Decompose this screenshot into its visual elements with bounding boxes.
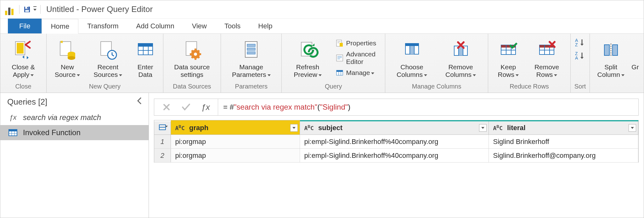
group-by-button[interactable]: Gr	[630, 37, 640, 72]
formula-cancel-button[interactable]	[161, 102, 172, 112]
advanced-editor-button[interactable]: Advanced Editor	[334, 50, 381, 66]
svg-point-19	[194, 53, 197, 56]
tab-help[interactable]: Help	[249, 19, 281, 33]
data-source-settings-icon	[184, 37, 201, 62]
svg-text:A: A	[575, 55, 578, 60]
qat-customize-button[interactable]	[32, 4, 38, 14]
remove-rows-label: Remove Rows	[529, 63, 564, 78]
fx-icon: ƒx	[7, 113, 19, 122]
column-header-subject[interactable]: ABC subject	[300, 121, 489, 135]
keep-rows-button[interactable]: Keep Rows	[492, 37, 524, 79]
ribbon-tabs: File Home Transform Add Column View Tool…	[0, 19, 644, 34]
group-manage-columns-label: Manage Columns	[389, 83, 484, 90]
query-item-label: Invoked Function	[23, 128, 81, 137]
cell-graph[interactable]: pi:orgmap	[171, 135, 300, 149]
data-grid: ABC graph ABC subject ABC	[154, 120, 639, 163]
tab-file[interactable]: File	[8, 19, 42, 33]
table-row[interactable]: 2 pi:orgmap pi:empl-Siglind.Brinkerhoff%…	[154, 149, 638, 163]
svg-rect-34	[340, 43, 343, 47]
split-column-label: Split Column	[596, 63, 626, 78]
tab-add-column[interactable]: Add Column	[127, 19, 183, 33]
row-header-select-button[interactable]	[154, 121, 171, 135]
remove-columns-button[interactable]: Remove Columns	[437, 37, 484, 79]
svg-text:Z: Z	[575, 42, 578, 47]
group-parameters: Manage Parameters Parameters	[221, 34, 282, 93]
cell-literal[interactable]: Siglind.Brinkerhoff@company.org	[489, 149, 638, 163]
enter-data-label: Enter Data	[133, 63, 157, 78]
title-separator	[19, 5, 20, 14]
row-number[interactable]: 2	[154, 149, 171, 163]
ribbon: Close & Apply Close	[0, 34, 644, 93]
queries-pane-title: Queries [2]	[7, 97, 47, 107]
cell-graph[interactable]: pi:orgmap	[171, 149, 300, 163]
refresh-preview-button[interactable]: Refresh Preview	[285, 37, 330, 79]
tab-tools[interactable]: Tools	[216, 19, 249, 33]
close-apply-label: Close & Apply	[6, 63, 41, 78]
refresh-preview-label: Refresh Preview	[287, 63, 328, 78]
svg-rect-74	[9, 129, 17, 131]
formula-bar-tools: ƒx	[154, 99, 218, 115]
formula-fx-button[interactable]: ƒx	[200, 102, 211, 112]
new-source-button[interactable]: New Source	[50, 37, 84, 79]
svg-rect-29	[247, 44, 255, 47]
column-header-literal[interactable]: ABC literal	[489, 121, 638, 135]
column-header-label: graph	[189, 124, 208, 132]
type-text-icon: ABC	[175, 125, 185, 131]
close-apply-button[interactable]: Close & Apply	[4, 37, 42, 79]
cell-literal[interactable]: Siglind Brinkerhoff	[489, 135, 638, 149]
powerbi-logo-icon	[3, 4, 15, 15]
manage-button[interactable]: Manage	[334, 68, 381, 77]
new-source-icon	[59, 37, 76, 62]
column-filter-button[interactable]	[629, 124, 636, 132]
svg-rect-30	[247, 48, 255, 50]
query-item-invoked[interactable]: Invoked Function	[0, 125, 149, 140]
formula-input[interactable]: = #"search via regex match"("Siglind")	[218, 99, 638, 115]
split-column-icon	[602, 37, 619, 62]
group-close: Close & Apply Close	[0, 34, 47, 93]
column-header-graph[interactable]: ABC graph	[171, 121, 300, 135]
save-button[interactable]	[22, 4, 32, 14]
group-data-sources: Data source settings Data Sources	[163, 34, 221, 93]
split-column-button[interactable]: Split Column	[594, 37, 628, 79]
group-parameters-label: Parameters	[225, 83, 278, 90]
data-source-settings-label: Data source settings	[169, 63, 215, 78]
query-item-function[interactable]: ƒx search via regex match	[0, 110, 149, 125]
queries-list: ƒx search via regex match Invoked Functi…	[0, 110, 149, 218]
tab-view[interactable]: View	[183, 19, 216, 33]
window-title: Untitled - Power Query Editor	[46, 4, 153, 14]
sort-asc-button[interactable]: A Z	[574, 37, 586, 48]
tab-transform[interactable]: Transform	[78, 19, 127, 33]
title-bar: Untitled - Power Query Editor	[0, 0, 644, 19]
queries-pane-collapse-button[interactable]	[137, 97, 143, 107]
remove-rows-button[interactable]: Remove Rows	[527, 37, 566, 79]
formula-bar: ƒx = #"search via regex match"("Siglind"…	[154, 99, 639, 116]
recent-sources-icon	[99, 37, 116, 62]
sort-desc-button[interactable]: Z A	[574, 50, 586, 61]
group-manage-columns: Choose Columns Remove Columns	[385, 34, 488, 93]
advanced-editor-icon	[336, 54, 344, 62]
properties-button[interactable]: Properties	[334, 38, 381, 48]
column-filter-button[interactable]	[479, 124, 487, 132]
tab-home[interactable]: Home	[42, 19, 78, 34]
recent-sources-label: Recent Sources	[89, 63, 127, 78]
data-source-settings-button[interactable]: Data source settings	[167, 37, 217, 79]
formula-accept-button[interactable]	[181, 102, 191, 112]
fx-icon: ƒx	[201, 102, 210, 112]
column-filter-button[interactable]	[290, 124, 298, 132]
close-apply-icon	[15, 37, 32, 62]
recent-sources-button[interactable]: Recent Sources	[87, 37, 129, 79]
cell-subject[interactable]: pi:empl-Siglind.Brinkerhoff%40company.or…	[300, 149, 489, 163]
svg-line-25	[198, 57, 199, 58]
table-row[interactable]: 1 pi:orgmap pi:empl-Siglind.Brinkerhoff%…	[154, 135, 638, 149]
query-item-label: search via regex match	[23, 113, 101, 122]
group-new-query: New Source Recent Sources	[47, 34, 163, 93]
manage-parameters-button[interactable]: Manage Parameters	[225, 37, 278, 79]
group-transform-partial: Split Column Gr	[590, 34, 644, 93]
cell-subject[interactable]: pi:empl-Siglind.Brinkerhoff%40company.or…	[300, 135, 489, 149]
keep-rows-icon	[500, 37, 517, 62]
svg-rect-3	[25, 10, 29, 12]
choose-columns-button[interactable]: Choose Columns	[389, 37, 435, 79]
row-number[interactable]: 1	[154, 135, 171, 149]
choose-columns-label: Choose Columns	[391, 63, 433, 78]
enter-data-button[interactable]: Enter Data	[132, 37, 159, 79]
